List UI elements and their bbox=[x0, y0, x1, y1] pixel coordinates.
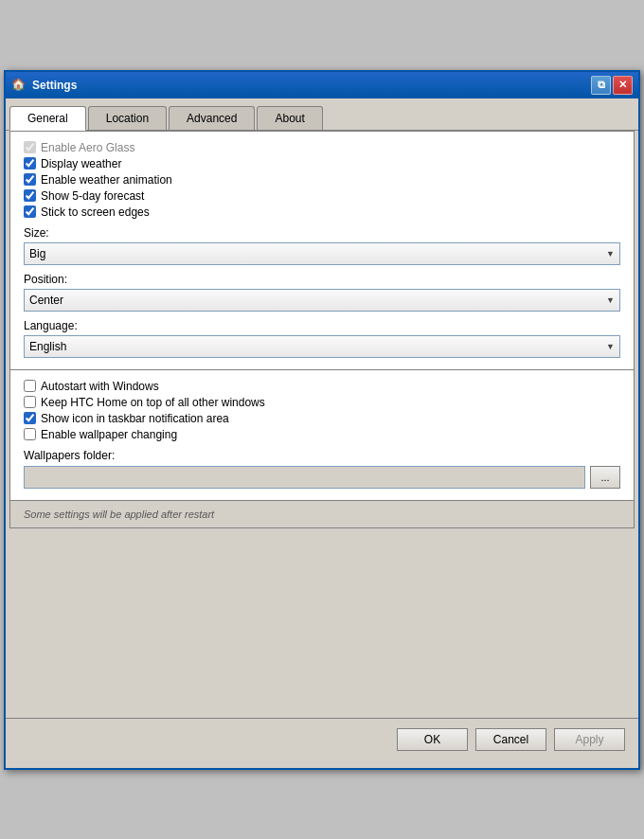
wallpaper-change-checkbox[interactable] bbox=[24, 428, 36, 440]
empty-area bbox=[6, 528, 638, 718]
checkbox-taskbar-icon: Show icon in taskbar notification area bbox=[24, 412, 620, 425]
notice-area: Some settings will be applied after rest… bbox=[10, 500, 634, 527]
show-forecast-checkbox[interactable] bbox=[24, 189, 36, 202]
window-title: Settings bbox=[32, 79, 77, 92]
tab-bar: General Location Advanced About bbox=[6, 102, 638, 131]
show-forecast-label: Show 5-day forecast bbox=[41, 189, 144, 203]
size-group: Size: Big Medium Small bbox=[24, 226, 620, 265]
aero-glass-checkbox[interactable] bbox=[24, 141, 36, 153]
language-group: Language: English French German Spanish bbox=[24, 319, 620, 358]
size-select[interactable]: Big Medium Small bbox=[24, 242, 620, 265]
settings-window: 🏠 Settings ⧉ ✕ General Location Advanced… bbox=[4, 70, 640, 770]
section-bottom: Autostart with Windows Keep HTC Home on … bbox=[10, 370, 634, 500]
browse-button[interactable]: ... bbox=[590, 466, 620, 489]
position-group: Position: Center Left Right Top Bottom bbox=[24, 273, 620, 312]
checkbox-stick-edges: Stick to screen edges bbox=[24, 205, 620, 219]
titlebar: 🏠 Settings ⧉ ✕ bbox=[6, 72, 638, 98]
wallpaper-change-label: Enable wallpaper changing bbox=[41, 428, 177, 441]
autostart-checkbox[interactable] bbox=[24, 380, 36, 392]
checkbox-wallpaper: Enable wallpaper changing bbox=[24, 428, 620, 441]
wallpaper-folder-input[interactable] bbox=[24, 466, 585, 489]
weather-animation-label: Enable weather animation bbox=[41, 173, 172, 187]
close-button[interactable]: ✕ bbox=[613, 76, 633, 95]
display-weather-label: Display weather bbox=[41, 157, 121, 170]
window-icon: 🏠 bbox=[11, 78, 27, 93]
position-select[interactable]: Center Left Right Top Bottom bbox=[24, 289, 620, 312]
keep-top-checkbox[interactable] bbox=[24, 396, 36, 408]
checkbox-weather-animation: Enable weather animation bbox=[24, 173, 620, 187]
restore-button[interactable]: ⧉ bbox=[591, 76, 611, 95]
size-label: Size: bbox=[24, 226, 620, 240]
taskbar-icon-checkbox[interactable] bbox=[24, 412, 36, 424]
position-select-wrapper: Center Left Right Top Bottom bbox=[24, 289, 620, 312]
window-inner: General Location Advanced About Enable A… bbox=[6, 102, 638, 768]
content-area: Enable Aero Glass Display weather Enable… bbox=[9, 131, 635, 528]
checkbox-keep-top: Keep HTC Home on top of all other window… bbox=[24, 396, 620, 409]
tab-about[interactable]: About bbox=[257, 106, 322, 130]
section-top: Enable Aero Glass Display weather Enable… bbox=[10, 132, 634, 370]
cancel-button[interactable]: Cancel bbox=[475, 728, 546, 751]
language-label: Language: bbox=[24, 319, 620, 332]
wallpaper-folder-group: Wallpapers folder: ... bbox=[24, 449, 620, 489]
tab-advanced[interactable]: Advanced bbox=[169, 106, 255, 130]
weather-animation-checkbox[interactable] bbox=[24, 173, 36, 186]
tab-location[interactable]: Location bbox=[88, 106, 167, 130]
position-label: Position: bbox=[24, 273, 620, 286]
checkbox-autostart: Autostart with Windows bbox=[24, 380, 620, 393]
bottom-bar: OK Cancel Apply bbox=[6, 718, 638, 760]
size-select-wrapper: Big Medium Small bbox=[24, 242, 620, 265]
display-weather-checkbox[interactable] bbox=[24, 157, 36, 170]
apply-button[interactable]: Apply bbox=[554, 728, 625, 751]
folder-row: ... bbox=[24, 466, 620, 489]
tab-general[interactable]: General bbox=[9, 106, 86, 131]
keep-top-label: Keep HTC Home on top of all other window… bbox=[41, 396, 265, 409]
stick-edges-label: Stick to screen edges bbox=[41, 205, 150, 219]
titlebar-left: 🏠 Settings bbox=[11, 78, 77, 93]
autostart-label: Autostart with Windows bbox=[41, 380, 159, 393]
wallpaper-folder-label: Wallpapers folder: bbox=[24, 449, 620, 462]
aero-glass-label: Enable Aero Glass bbox=[41, 141, 134, 154]
language-select-wrapper: English French German Spanish bbox=[24, 335, 620, 358]
stick-edges-checkbox[interactable] bbox=[24, 205, 36, 218]
taskbar-icon-label: Show icon in taskbar notification area bbox=[41, 412, 229, 425]
titlebar-buttons: ⧉ ✕ bbox=[591, 76, 633, 95]
checkbox-display-weather: Display weather bbox=[24, 157, 620, 170]
language-select[interactable]: English French German Spanish bbox=[24, 335, 620, 358]
ok-button[interactable]: OK bbox=[397, 728, 468, 751]
checkbox-aero-glass: Enable Aero Glass bbox=[24, 141, 620, 154]
checkbox-show-forecast: Show 5-day forecast bbox=[24, 189, 620, 203]
notice-text: Some settings will be applied after rest… bbox=[24, 509, 214, 520]
